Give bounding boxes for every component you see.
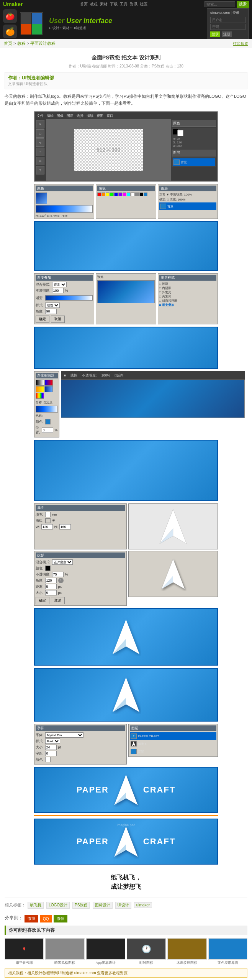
font-tracking-input[interactable] <box>45 751 57 756</box>
search-button[interactable]: 搜索 <box>237 1 249 8</box>
font-family-select[interactable]: Myriad Pro <box>45 732 83 738</box>
angle-input[interactable] <box>45 309 57 314</box>
effect-shadow[interactable]: □ 投影 <box>159 282 216 286</box>
swatch-brand-blue[interactable] <box>144 192 147 196</box>
shadow-angle-input[interactable] <box>45 578 57 583</box>
cancel-button[interactable]: 取消 <box>51 316 65 323</box>
nav-material[interactable]: 素材 <box>100 2 108 7</box>
tag-5[interactable]: UI设计 <box>115 902 131 909</box>
preset-rainbow[interactable] <box>36 393 44 399</box>
swatch-green[interactable] <box>110 192 114 196</box>
related-item-4[interactable]: 🕐 时钟图标 <box>127 938 166 965</box>
toolbar-opacity-val[interactable]: 100% <box>100 373 111 377</box>
nav-home[interactable]: 首页 <box>80 2 88 7</box>
layer-plane-shape[interactable]: 形状 1 <box>130 740 216 748</box>
swatch-yellow[interactable] <box>106 192 110 196</box>
tag-1[interactable]: 纸飞机 <box>28 902 44 909</box>
blend-mode-select[interactable]: 正常 <box>52 282 67 287</box>
shape-stroke-none[interactable] <box>45 518 51 523</box>
preset-3[interactable] <box>36 386 44 392</box>
menu-layer[interactable]: 图层 <box>67 113 74 118</box>
effect-inner-shadow[interactable]: □ 内阴影 <box>159 286 216 290</box>
font-style-select[interactable]: Bold <box>45 738 60 744</box>
nav-tools[interactable]: 工具 <box>120 2 128 7</box>
search-input[interactable] <box>205 1 235 7</box>
font-color-swatch[interactable] <box>45 757 51 762</box>
swatch-black[interactable] <box>139 192 143 196</box>
shadow-ok-button[interactable]: 确定 <box>36 597 49 604</box>
tag-6[interactable]: uimaker <box>134 902 152 908</box>
swatch-magenta[interactable] <box>123 192 126 196</box>
toolbar-gradient[interactable]: ■ <box>62 373 67 377</box>
menu-image[interactable]: 图像 <box>57 113 64 118</box>
related-item-5[interactable]: 木质纹理图标 <box>167 938 206 965</box>
site-logo[interactable]: Umaker <box>3 1 23 7</box>
icon-item-2[interactable]: 🍊 <box>3 25 17 38</box>
layer-bg[interactable]: 背景 <box>173 158 215 166</box>
menu-edit[interactable]: 编辑 <box>47 113 54 118</box>
tool-brush[interactable]: ✏ <box>36 157 44 165</box>
related-item-1[interactable]: 🎈 扁平化气球 <box>5 938 44 965</box>
qq-button[interactable]: QQ <box>40 915 52 922</box>
swatch-red[interactable] <box>97 192 101 196</box>
swatch-purple[interactable] <box>118 192 122 196</box>
shape-h-input[interactable] <box>59 524 71 529</box>
menu-select[interactable]: 选择 <box>77 113 83 118</box>
username-input[interactable] <box>210 17 245 23</box>
style-select[interactable]: 线性 <box>45 303 60 308</box>
effect-outer-glow[interactable]: □ 外发光 <box>159 290 216 294</box>
toolbar-mode[interactable]: 线性 <box>69 373 79 378</box>
tool-lasso[interactable]: ∿ <box>36 138 44 147</box>
weibo-button[interactable]: 微博 <box>25 915 38 922</box>
shadow-cancel-button[interactable]: 取消 <box>51 597 65 604</box>
shadow-dist-input[interactable] <box>45 584 57 589</box>
nav-news[interactable]: 资讯 <box>130 2 137 7</box>
menu-window[interactable]: 窗口 <box>106 113 113 118</box>
swatch-gray[interactable] <box>135 192 139 196</box>
related-item-6[interactable]: 蓝色应用界面 <box>208 938 247 965</box>
login-button[interactable]: 登录 <box>210 31 220 37</box>
breadcrumb-home[interactable]: 首页 <box>4 41 12 46</box>
related-item-2[interactable]: 暗黑风格图标 <box>45 938 84 965</box>
icon-item-1[interactable]: 🍅 <box>3 9 17 23</box>
tag-3[interactable]: PS教程 <box>72 902 90 909</box>
tool-text[interactable]: T <box>36 166 44 174</box>
stop-color-swatch[interactable] <box>45 419 51 424</box>
password-input[interactable] <box>210 24 245 30</box>
stop-position-input[interactable] <box>42 428 53 433</box>
tool-select[interactable]: □ <box>36 129 44 138</box>
opacity-input[interactable] <box>52 288 64 293</box>
wechat-button[interactable]: 微信 <box>54 915 67 922</box>
nav-download[interactable]: 下载 <box>110 2 118 7</box>
print-link[interactable]: 打印预览 <box>233 41 248 46</box>
tool-crop[interactable]: ⌗ <box>36 148 44 156</box>
tag-2[interactable]: LOGO设计 <box>46 902 70 909</box>
color-preview[interactable] <box>36 192 47 204</box>
menu-view[interactable]: 视图 <box>97 113 103 118</box>
shadow-opacity-input[interactable] <box>52 572 64 577</box>
shadow-color-swatch[interactable] <box>45 566 51 571</box>
bg-color[interactable] <box>177 130 183 136</box>
color-gradient-strip[interactable] <box>36 205 93 213</box>
layer-text-pc[interactable]: T PAPER CRAFT <box>130 732 216 740</box>
swatch-blue[interactable] <box>114 192 118 196</box>
effect-bevel[interactable]: □ 斜面和浮雕 <box>159 299 216 303</box>
breadcrumb-ps[interactable]: 平面设计教程 <box>30 41 56 46</box>
menu-filter[interactable]: 滤镜 <box>87 113 93 118</box>
color-panel-header[interactable]: 颜色 <box>172 120 216 127</box>
effect-inner-glow[interactable]: □ 内发光 <box>159 294 216 299</box>
layer-bg-final[interactable]: 背景 <box>130 748 216 755</box>
nav-tutorial[interactable]: 教程 <box>90 2 98 7</box>
preset-1[interactable] <box>36 380 44 386</box>
related-item-3[interactable]: App图标设计 <box>86 938 125 965</box>
nav-community[interactable]: 社区 <box>140 2 147 7</box>
layers-panel-header[interactable]: 图层 <box>172 150 216 156</box>
menu-file[interactable]: 文件 <box>37 113 44 118</box>
shape-fill-color[interactable] <box>45 512 51 517</box>
register-button[interactable]: 注册 <box>222 31 232 37</box>
tag-4[interactable]: 图标设计 <box>93 902 113 909</box>
swatch-orange[interactable] <box>101 192 105 196</box>
shape-w-input[interactable] <box>41 524 53 529</box>
angle-dial[interactable]: ° <box>58 578 64 583</box>
effect-gradient[interactable]: ■ 渐变叠加 <box>159 303 216 307</box>
